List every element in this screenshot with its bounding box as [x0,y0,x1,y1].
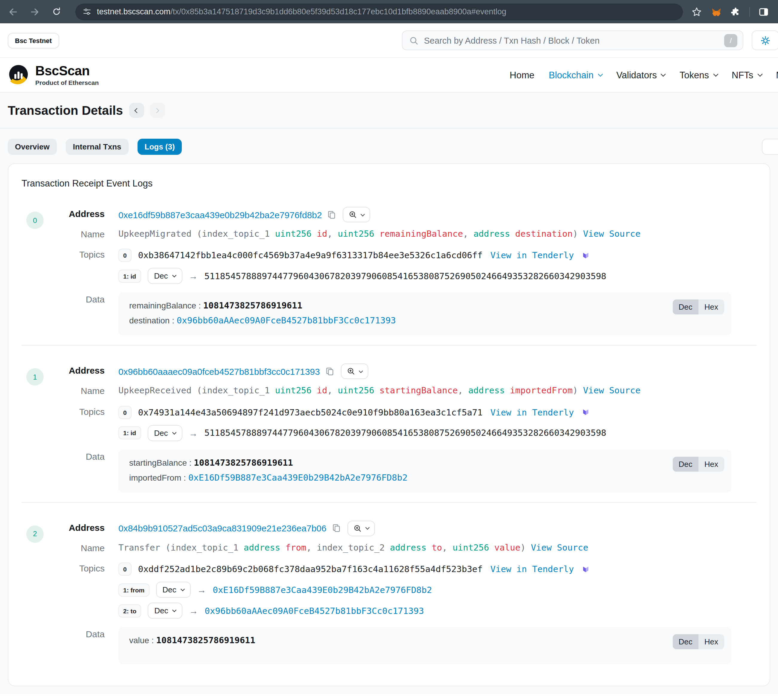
topic-dec-select[interactable]: Dec [147,425,182,441]
dec-hex-toggle: Dec Hex [673,300,725,315]
tenderly-icon [581,407,590,418]
topics-label: Topics [8,248,105,260]
next-transaction-button[interactable] [150,103,165,118]
logs-container: 0 Address 0xe16df59b887e3caa439e0b29b42b… [8,198,770,665]
copy-icon[interactable] [325,367,334,376]
topics-label: Topics [8,562,105,573]
signature-token: startingBalance [379,386,458,395]
tab-overview[interactable]: Overview [8,139,57,155]
bottom-strip [0,694,778,700]
log-address-link[interactable]: 0x96bb60aaaec09a0fceb4527b81bbf3cc0c1713… [119,367,320,377]
chevron-down-icon [757,72,763,77]
log-index-badge: 2 [26,525,43,543]
hex-toggle-button[interactable]: Hex [698,635,724,650]
back-icon[interactable] [7,6,19,18]
signature-token: id [317,386,327,395]
topic-value: 5118545788897447796043067820397906085416… [204,272,606,281]
signature-token [505,386,510,395]
log-index-badge: 1 [26,368,43,386]
topic-dec-select[interactable]: Dec [148,603,182,619]
arrow-right-icon: → [189,428,198,438]
dec-toggle-button[interactable]: Dec [673,635,698,650]
topic-hash: 0x74931a144e43a50694897f241d973aecb5024c… [138,408,482,417]
search-input[interactable]: Search by Address / Txn Hash / Block / T… [402,30,743,50]
topic-dec-select[interactable]: Dec [156,582,190,598]
hex-toggle-button[interactable]: Hex [698,457,724,472]
topic-row: 00x74931a144e43a50694897f241d973aecb5024… [119,405,770,420]
side-panel-icon[interactable] [759,7,768,17]
log-address-link[interactable]: 0x84b9b910527ad5c03a9ca831909e21e236ea7b… [119,523,327,533]
data-value[interactable]: 0x96bb60aAAec09A0FceB4527b81bbF3Cc0c1713… [177,316,396,325]
view-source-link[interactable]: View Source [583,386,641,395]
hex-toggle-button[interactable]: Hex [698,300,724,315]
log-address-link[interactable]: 0xe16df59b887e3caa439e0b29b42ba2e7976fd8… [119,210,322,220]
topic-value[interactable]: 0xE16Df59B887e3Caa439E0b29B42bA2e7976FD8… [213,585,432,595]
network-badge[interactable]: Bsc Testnet [8,33,59,48]
view-source-link[interactable]: View Source [531,543,588,552]
reload-icon[interactable] [50,6,62,18]
address-bar[interactable]: testnet.bscscan.com/tx/0x85b3a147518719d… [75,3,683,20]
nav-item-home[interactable]: Home [510,70,534,80]
data-param-label: destination : [129,316,177,325]
view-in-tenderly-link[interactable]: View in Tenderly [490,565,574,574]
forward-icon[interactable] [29,6,41,18]
data-param-label: value : [129,636,156,645]
metamask-extension-icon[interactable] [711,6,722,17]
nav-item-nfts[interactable]: NFTs [732,70,761,80]
topic-row: 1: fromDec→0xE16Df59B887e3Caa439E0b29B42… [119,582,770,598]
address-label: Address [8,207,105,219]
topic-row: 2: toDec→0x96bb60aAAec09A0FceB4527b81bbF… [119,603,770,619]
data-value[interactable]: 0xE16Df59B887e3Caa439E0b29B42bA2e7976FD8… [189,473,407,482]
tenderly-icon [581,250,590,261]
data-value: 1081473825786919611 [194,458,293,467]
data-row: destination : 0x96bb60aAAec09A0FceB4527b… [129,313,721,328]
log-divider [22,502,756,503]
data-row: value : 1081473825786919611 [129,633,721,648]
log-divider [22,345,756,346]
signature-token: address [468,386,505,395]
address-label: Address [8,364,105,376]
view-in-tenderly-link[interactable]: View in Tenderly [490,408,574,417]
search-shortcut-badge: / [724,34,737,47]
topic-index-badge: 0 [119,249,132,262]
bscscan-logo[interactable]: BscScan Product of Etherscan [8,64,99,86]
dec-toggle-button[interactable]: Dec [673,457,698,472]
nav-item-blockchain[interactable]: Blockchain [549,70,602,80]
browser-window: testnet.bscscan.com/tx/0x85b3a147518719d… [0,0,778,700]
dec-toggle-button[interactable]: Dec [673,300,698,315]
copy-icon[interactable] [327,210,336,219]
signature-token: id [317,229,327,238]
bookmark-star-icon[interactable] [691,6,702,17]
address-zoom-dropdown[interactable] [343,207,371,222]
extensions-icon[interactable] [731,7,740,17]
signature-token: , [463,229,473,238]
site-settings-icon[interactable] [82,7,92,16]
signature-token: ) [521,543,531,552]
toolbar-divider [749,7,750,17]
theme-toggle-button[interactable] [752,30,778,50]
topic-index-badge: 0 [119,563,132,576]
nav-item-tokens[interactable]: Tokens [679,70,717,80]
magnifier-plus-icon [354,524,362,533]
address-zoom-dropdown[interactable] [341,364,368,379]
topic-dec-select[interactable]: Dec [147,268,182,284]
signature-token [280,543,285,552]
topic-value[interactable]: 0x96bb60aAAec09A0FceB4527b81bbF3Cc0c1713… [205,606,424,616]
tab-partial-button[interactable] [762,139,778,155]
site-header-top: Bsc Testnet Search by Address / Txn Hash… [0,23,778,57]
view-in-tenderly-link[interactable]: View in Tenderly [490,251,574,260]
signature-token: , [458,386,468,395]
previous-transaction-button[interactable] [129,103,144,118]
view-source-link[interactable]: View Source [583,229,641,238]
address-zoom-dropdown[interactable] [347,521,375,536]
tab-logs[interactable]: Logs (3) [137,139,182,155]
nav-item-validators[interactable]: Validators [616,70,665,80]
signature-token [489,543,494,552]
tab-internal-txns[interactable]: Internal Txns [66,139,129,155]
dec-hex-toggle: Dec Hex [673,457,725,472]
event-log-entry: 0 Address 0xe16df59b887e3caa439e0b29b42b… [8,198,770,336]
nav-item-more[interactable]: More [776,70,778,80]
copy-icon[interactable] [332,524,341,533]
event-log-entry: 1 Address 0x96bb60aaaec09a0fceb4527b81bb… [8,355,770,493]
chevron-down-icon [359,369,363,373]
